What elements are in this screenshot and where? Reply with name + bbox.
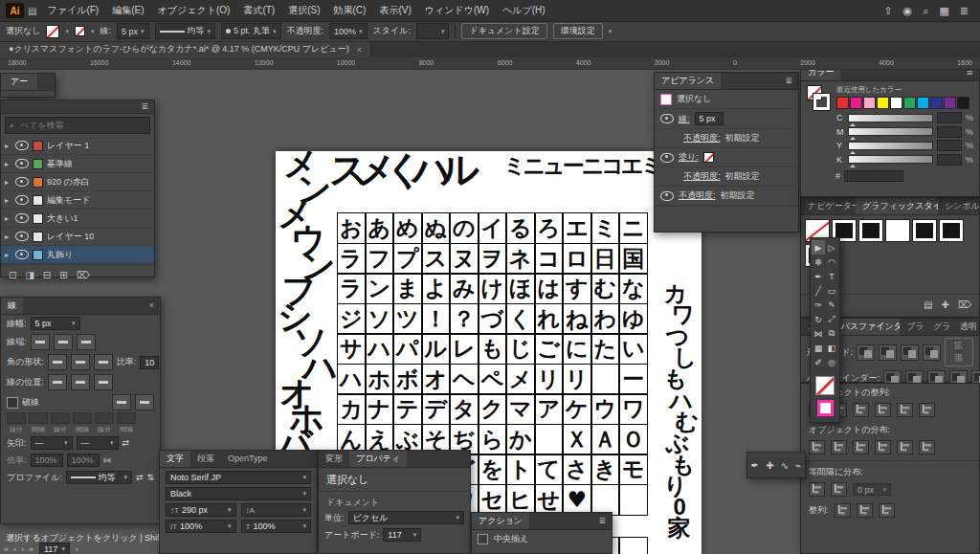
glyph-cell[interactable]: ネ xyxy=(506,243,535,275)
flip-along-icon[interactable]: ⇄ xyxy=(136,473,144,482)
glyph-cell[interactable]: ほ xyxy=(506,273,535,304)
action-toggle-checkbox[interactable] xyxy=(478,534,488,544)
fill-stroke-indicator[interactable] xyxy=(807,85,830,110)
align-stroke-center-button[interactable] xyxy=(48,374,67,390)
glyph-cell[interactable]: ぬ xyxy=(422,212,451,244)
font-family-dropdown[interactable]: Noto Serif JP▾ xyxy=(166,471,311,484)
glyph-cell[interactable]: ろ xyxy=(535,212,564,244)
layer-row[interactable]: ▸大きい1 xyxy=(1,210,154,228)
width-profile-field[interactable]: 均等▾ xyxy=(66,471,132,484)
graphic-style-thumb[interactable] xyxy=(912,219,937,242)
artwork-top-glyphs[interactable]: スメくハル xyxy=(329,151,468,196)
glyph-cell[interactable] xyxy=(619,484,648,516)
link-scale-icon[interactable]: ⧓ xyxy=(103,455,112,465)
rectangle-tool[interactable]: ▭ xyxy=(825,283,838,298)
paintbrush-tool[interactable]: ✑ xyxy=(812,298,825,312)
object-opacity-link[interactable]: 不透明度: xyxy=(679,189,716,202)
style-library-icon[interactable]: ▤ xyxy=(924,299,932,310)
preferences-button[interactable]: 環境設定 xyxy=(553,23,603,39)
menubar-item[interactable]: 表示(V) xyxy=(372,0,417,21)
style-dropdown[interactable]: ▾ xyxy=(416,23,450,39)
scale-tool[interactable]: ⤢ xyxy=(825,312,838,326)
properties-tab[interactable]: 変形 xyxy=(319,451,349,467)
color-swatch[interactable] xyxy=(917,97,929,109)
glyph-cell[interactable]: ヒ xyxy=(506,484,535,516)
styles-tab[interactable]: シンボル xyxy=(938,198,979,214)
channel-slider[interactable] xyxy=(848,142,933,150)
brush-dropdown[interactable]: 5 pt. 丸筆▾ xyxy=(221,23,281,39)
blend-tool[interactable]: ◎ xyxy=(825,355,838,369)
layer-row[interactable]: ▸丸飾り xyxy=(1,246,154,264)
glyph-cell[interactable]: ー xyxy=(619,364,648,395)
layers-panel-header[interactable]: ≣ xyxy=(1,100,154,114)
leading-field[interactable]: ↕A▾ xyxy=(241,503,312,517)
fill-dropdown-arrow[interactable]: ▾ xyxy=(65,28,69,35)
color-swatch[interactable] xyxy=(903,97,916,109)
free-transform-tool[interactable]: ⧉ xyxy=(825,326,838,341)
distribute-top-button[interactable] xyxy=(809,440,825,454)
glyph-cell[interactable] xyxy=(591,484,620,516)
document-tab[interactable]: ●クリスマスフォントのラフ-ひらがなカタカナ*.ai* @ 4.17 % (CM… xyxy=(0,41,371,57)
glyph-cell[interactable]: リ xyxy=(563,364,591,395)
glyph-cell[interactable]: タ xyxy=(450,393,479,425)
visibility-eye-icon[interactable] xyxy=(15,141,29,150)
glyph-cell[interactable]: か xyxy=(506,424,535,455)
glyph-cell[interactable]: ツ xyxy=(393,303,422,335)
chevron-right-icon[interactable]: ▸ xyxy=(5,251,11,259)
graphic-style-thumb[interactable] xyxy=(885,219,910,242)
glyph-cell[interactable]: ボ xyxy=(393,364,422,395)
glyph-cell[interactable]: イ xyxy=(479,212,507,244)
artboard-nav-icon[interactable]: › xyxy=(21,544,24,554)
glyph-cell[interactable]: ヲ xyxy=(479,243,507,275)
glyph-cell[interactable]: カ xyxy=(337,393,366,425)
controlbar-menu-icon[interactable]: ▾ xyxy=(609,28,612,35)
lasso-tool[interactable]: ◠ xyxy=(825,255,838,269)
add-anchor-icon[interactable]: ✚ xyxy=(766,460,773,471)
align-v-center-button[interactable] xyxy=(897,403,913,417)
align-right-button[interactable] xyxy=(853,403,869,417)
glyph-cell[interactable]: づ xyxy=(479,303,507,335)
fill-none-swatch[interactable] xyxy=(703,152,714,163)
align-to-key-object-button[interactable] xyxy=(857,503,873,518)
color-swatch[interactable] xyxy=(930,97,943,109)
glyph-cell[interactable]: マ xyxy=(506,393,535,425)
glyph-cell[interactable]: て xyxy=(535,454,564,485)
glyph-cell[interactable]: サ xyxy=(337,333,366,365)
glyph-cell[interactable]: な xyxy=(619,273,648,304)
dash-value-field[interactable] xyxy=(117,412,136,424)
channel-value-field[interactable] xyxy=(937,154,962,166)
pathfinder-tab[interactable]: パスファインダー xyxy=(835,319,901,335)
rotate-tool[interactable]: ↻ xyxy=(812,312,825,326)
pathfinder-tab[interactable]: ブラ xyxy=(900,319,926,335)
close-document-icon[interactable]: × xyxy=(357,45,362,55)
pen-tool[interactable]: ✒ xyxy=(812,269,825,283)
fill-none-swatch[interactable] xyxy=(815,376,835,395)
eyedropper-tool[interactable]: ✐ xyxy=(812,355,825,369)
glyph-cell[interactable]: れ xyxy=(535,303,564,335)
close-panel-icon[interactable]: × xyxy=(144,298,160,314)
cap-butt-button[interactable] xyxy=(31,334,50,350)
width-tool[interactable]: ⋈ xyxy=(812,326,825,341)
glyph-cell[interactable]: パ xyxy=(393,333,422,365)
channel-slider[interactable] xyxy=(848,114,933,122)
distribute-bottom-button[interactable] xyxy=(853,440,869,454)
glyph-cell[interactable]: も xyxy=(479,333,507,365)
appearance-panel-tab[interactable]: アピアランス xyxy=(655,73,721,89)
join-miter-button[interactable] xyxy=(48,354,67,370)
artboards-dock-tab[interactable]: アー xyxy=(1,74,37,90)
visibility-eye-icon[interactable] xyxy=(15,213,29,223)
vertical-scale-field[interactable]: IT100%▾ xyxy=(166,520,236,533)
glyph-cell[interactable]: け xyxy=(479,273,507,304)
glyph-cell[interactable]: オ xyxy=(422,364,451,395)
glyph-cell[interactable]: ハ xyxy=(366,333,394,365)
glyph-cell[interactable]: ♥ xyxy=(563,484,591,516)
graphic-style-thumb[interactable] xyxy=(858,219,883,242)
stroke-color-swatch[interactable] xyxy=(817,400,834,416)
character-tab[interactable]: 段落 xyxy=(190,451,221,467)
glyph-cell[interactable]: よ xyxy=(422,273,451,304)
color-swatch[interactable] xyxy=(877,97,889,109)
artwork-right-glyph-column[interactable]: カワつしもハむぶもり0家 xyxy=(663,283,699,540)
fill-opacity-link[interactable]: 不透明度: xyxy=(683,170,721,183)
glyph-cell[interactable]: コ xyxy=(535,243,564,275)
glyph-cell[interactable]: を xyxy=(479,454,507,485)
